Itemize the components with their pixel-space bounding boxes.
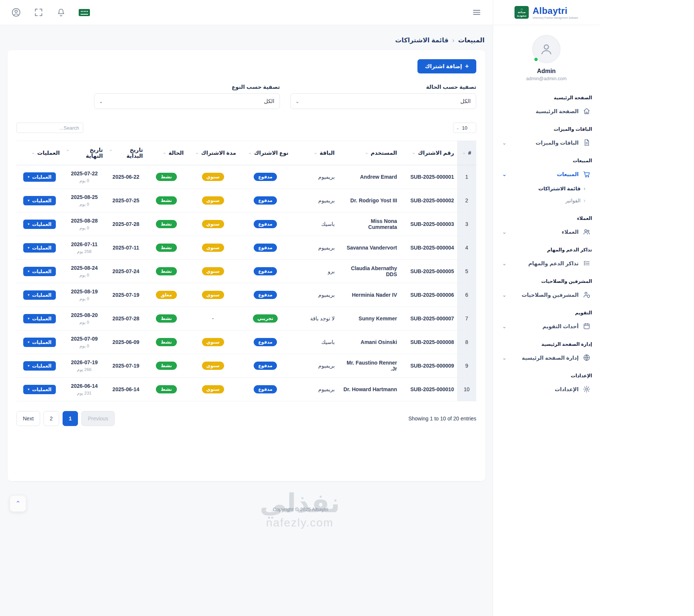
subscription-duration-badge: سنوي (202, 173, 224, 181)
user-icon[interactable] (11, 7, 21, 17)
column-header[interactable]: الحالة⌄ (146, 141, 187, 165)
plus-icon: + (465, 63, 469, 70)
add-subscription-button[interactable]: + إضافة اشتراك (417, 59, 476, 73)
column-header[interactable]: المستخدم⌄ (338, 141, 400, 165)
end-date: 2025-08-28 (66, 218, 103, 224)
sort-icon: ⌄ (462, 150, 466, 155)
subscription-id: SUB-2025-000007 (400, 307, 457, 330)
add-subscription-label: إضافة اشتراك (425, 63, 462, 69)
sidebar-nav: الصفحة الرئيسيةالصفحة الرئيسيةالباقات وا… (493, 84, 600, 408)
row-actions-button[interactable]: العمليات▾ (23, 290, 56, 300)
row-actions-button[interactable]: العمليات▾ (23, 361, 56, 371)
table-row: 2SUB-2025-000002Dr. Rodrigo Yost IIIبريم… (16, 189, 476, 212)
chevron-up-icon: ⌃ (15, 499, 21, 508)
package-name: بريميوم (292, 165, 338, 189)
type-filter-select[interactable]: الكل ⌄ (94, 93, 280, 109)
column-header[interactable]: تاريخ البداية⌄ (106, 141, 146, 165)
chevron-left-icon: ‹ (583, 197, 585, 203)
nav-section: المشرفين والصلاحياتالمشرفين والصلاحيات⌄ (501, 278, 592, 302)
gear-icon (583, 385, 591, 393)
row-actions-button[interactable]: العمليات▾ (23, 385, 56, 394)
package-name: لا توجد باقة (292, 307, 338, 330)
scroll-top-button[interactable]: ⌃ (10, 495, 26, 512)
subscription-duration-badge: - (212, 315, 214, 321)
subscription-type-badge: مدفوع (254, 173, 277, 181)
remaining-days: 0 يوم (66, 320, 103, 325)
row-actions-label: العمليات (32, 174, 52, 180)
column-header[interactable]: نوع الاشتراك⌄ (239, 141, 292, 165)
sidebar-item-cart[interactable]: المبيعات⌄ (501, 166, 592, 182)
user-name: Savanna Vandervort (338, 236, 400, 260)
page-size-value: 10 (462, 125, 467, 131)
package-name: بريميوم (292, 354, 338, 378)
sidebar-item-admins[interactable]: المشرفين والصلاحيات⌄ (501, 287, 592, 302)
chevron-down-icon: ⌄ (502, 292, 507, 298)
column-header[interactable]: #⌄ (457, 141, 476, 165)
sidebar-item-document[interactable]: الباقات والميزات⌄ (501, 135, 592, 150)
sidebar-item-home[interactable]: الصفحة الرئيسية (501, 103, 592, 119)
menu-icon[interactable] (472, 7, 482, 17)
end-date: 2025-07-22 (66, 170, 103, 176)
chevron-down-icon: ▾ (28, 340, 30, 344)
type-filter: تصفية حسب النوع الكل ⌄ (94, 84, 280, 109)
column-header[interactable]: رقم الاشتراك⌄ (400, 141, 457, 165)
row-actions-button[interactable]: العمليات▾ (23, 196, 56, 205)
row-actions-button[interactable]: العمليات▾ (23, 220, 56, 229)
nav-section-label: العملاء (501, 215, 592, 221)
subscription-id: SUB-2025-000002 (400, 189, 457, 212)
status-filter-select[interactable]: الكل ⌄ (290, 93, 476, 109)
package-name: باسيك (292, 212, 338, 236)
brand-name: Albaytri (532, 6, 578, 16)
subscription-duration-badge: سنوي (202, 338, 224, 346)
footer-copyright: Copyright © 2025 Albaytri. (0, 507, 600, 512)
package-name: باسيك (292, 330, 338, 354)
page-button-2[interactable]: 2 (43, 411, 59, 426)
column-header[interactable]: تاريخ النهاية⌄ (63, 141, 106, 165)
brand-logo[interactable]: Albaytri Veterinary Practice Management … (493, 0, 600, 25)
user-name: Mr. Faustino Renner Jr. (338, 354, 400, 378)
next-page-button[interactable]: Next (16, 411, 40, 426)
column-header[interactable]: الباقة⌄ (292, 141, 338, 165)
sidebar-item-tasks[interactable]: تذاكر الدعم والمهام⌄ (501, 256, 592, 271)
page-size-select[interactable]: 10 ⌄ (453, 123, 476, 133)
row-actions-button[interactable]: العمليات▾ (23, 314, 56, 323)
chevron-down-icon: ▾ (28, 387, 30, 391)
row-actions-button[interactable]: العمليات▾ (23, 338, 56, 347)
user-email: admin@admin.com (497, 76, 596, 81)
row-actions-button[interactable]: العمليات▾ (23, 172, 56, 182)
previous-page-button[interactable]: Previous (81, 411, 114, 426)
chevron-down-icon: ▾ (28, 364, 30, 368)
bell-icon[interactable] (56, 7, 66, 17)
row-actions-label: العمليات (32, 339, 52, 345)
saudi-flag-icon[interactable] (79, 9, 90, 16)
page-button-1[interactable]: 1 (63, 411, 78, 426)
status-badge: نشط (156, 244, 177, 252)
subscription-type-badge: مدفوع (254, 385, 277, 393)
search-input[interactable] (16, 123, 83, 133)
end-date: 2025-08-19 (66, 289, 103, 295)
start-date: 2025-07-19 (106, 283, 146, 307)
sidebar-submenu: ‹قائمة الاشتراكات‹الفواتير (501, 182, 592, 208)
column-header[interactable]: مدة الاشتراك⌄ (187, 141, 239, 165)
row-actions-button[interactable]: العمليات▾ (23, 243, 56, 253)
sidebar-item-calendar[interactable]: أحداث التقويم⌄ (501, 318, 592, 334)
table-footer: Next21Previous Showing 1 to 10 of 20 ent… (16, 411, 476, 426)
column-header[interactable]: العمليات⌄ (16, 141, 63, 165)
sidebar-item-label: أحداث التقويم (542, 323, 579, 329)
sidebar-item-gear[interactable]: الإعدادات (501, 381, 592, 397)
row-actions-label: العمليات (32, 292, 52, 298)
subscription-id: SUB-2025-000006 (400, 283, 457, 307)
sidebar: Albaytri Veterinary Practice Management … (493, 0, 600, 616)
sidebar-item-globe[interactable]: إدارة الصفحة الرئيسية⌄ (501, 350, 592, 365)
brand-tagline: Veterinary Practice Management Software (532, 16, 578, 19)
sidebar-item-label: الصفحة الرئيسية (535, 108, 579, 114)
sidebar-subitem[interactable]: ‹الفواتير (501, 194, 587, 206)
start-date: 2025-06-14 (106, 378, 146, 401)
row-actions-button[interactable]: العمليات▾ (23, 267, 56, 276)
fullscreen-icon[interactable] (34, 7, 43, 17)
breadcrumb-parent[interactable]: المبيعات (458, 36, 485, 44)
user-name: Dr. Howard Hartmann (338, 378, 400, 401)
subscription-duration-badge: سنوي (202, 267, 224, 275)
sidebar-subitem[interactable]: ‹قائمة الاشتراكات (501, 182, 587, 194)
sidebar-item-users[interactable]: العملاء⌄ (501, 224, 592, 239)
